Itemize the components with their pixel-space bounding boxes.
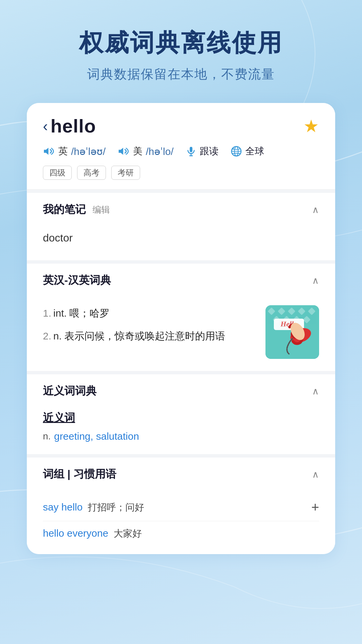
svg-marker-0 [44,148,49,155]
svg-rect-2 [190,147,192,152]
en-zh-chevron-icon: ∧ [312,275,319,286]
def-num-1: 1. [43,308,51,319]
synonyms-section-title: 近义词词典 [43,384,97,398]
hero-subtitle: 词典数据保留在本地，不费流量 [79,66,283,83]
speaker-american-icon [118,145,130,157]
word-title-row: ‹ hello ★ [43,115,319,137]
globe-icon [231,146,242,157]
phrase-left-2: hello everyone 大家好 [43,527,319,540]
definition-item-2: 2.n. 表示问候，惊奇或唤起注意时的用语 [43,328,257,344]
synonym-subtitle: 近义词 [43,411,319,425]
notes-title-group: 我的笔记 编辑 [43,202,110,217]
synonym-pos: n. [43,431,51,442]
synonym-words-row: n. greeting, salutation [43,431,319,442]
en-zh-dictionary-section: 英汉-汉英词典 ∧ 1.int. 喂；哈罗 2.n. 表示问候，惊奇或唤起注意时… [27,260,335,371]
hello-illustration: Hello [265,305,319,359]
dictionary-card: ‹ hello ★ 英 /həˈləʊ/ [27,103,335,554]
notes-edit-button[interactable]: 编辑 [93,204,110,216]
phrases-section: 词组 | 习惯用语 ∧ say hello 打招呼；问好 + hello eve… [27,454,335,554]
global-button[interactable]: 全球 [231,145,264,158]
follow-read-label: 跟读 [200,145,219,158]
phrase-item-2: hello everyone 大家好 [43,521,319,546]
phrase-zh-1: 打招呼；问好 [88,501,144,514]
back-button[interactable]: ‹ [43,119,48,133]
content-wrapper: 权威词典离线使用 词典数据保留在本地，不费流量 ‹ hello ★ [0,0,362,554]
word-title-left: ‹ hello [43,115,96,137]
definition-body: 1.int. 喂；哈罗 2.n. 表示问候，惊奇或唤起注意时的用语 [27,297,335,371]
phrases-header[interactable]: 词组 | 习惯用语 ∧ [27,458,335,491]
pronunciation-row: 英 /həˈləʊ/ 美 /həˈlo/ [43,145,319,158]
word-tags: 四级 高考 考研 [43,166,319,180]
follow-read-button[interactable]: 跟读 [186,145,219,158]
tag-gaokao: 高考 [77,166,106,180]
en-zh-header[interactable]: 英汉-汉英词典 ∧ [27,264,335,297]
svg-marker-1 [119,148,123,155]
synonyms-chevron-icon: ∧ [312,386,319,397]
star-bookmark-icon[interactable]: ★ [303,116,319,136]
word-heading: hello [51,115,96,137]
phrase-en-2[interactable]: hello everyone [43,528,108,539]
definitions-list: 1.int. 喂；哈罗 2.n. 表示问候，惊奇或唤起注意时的用语 [43,305,257,351]
notes-body: doctor [27,226,335,260]
notes-chevron-icon: ∧ [312,204,319,215]
hero-title: 权威词典离线使用 [79,27,283,59]
hero-section: 权威词典离线使用 词典数据保留在本地，不费流量 [79,27,283,83]
phrases-section-title: 词组 | 习惯用语 [43,467,116,482]
notes-section-title: 我的笔记 [43,202,86,217]
american-ipa: /həˈlo/ [146,146,174,157]
tag-cet4: 四级 [43,166,72,180]
en-zh-section-title: 英汉-汉英词典 [43,273,111,288]
american-label: 美 [133,145,142,158]
british-ipa: /həˈləʊ/ [71,146,106,157]
synonym-words: greeting, salutation [54,431,139,442]
def-num-2: 2. [43,330,51,341]
phrases-body: say hello 打招呼；问好 + hello everyone 大家好 [27,491,335,554]
global-label: 全球 [245,145,264,158]
synonyms-header[interactable]: 近义词词典 ∧ [27,374,335,408]
phrase-add-button-1[interactable]: + [311,500,319,515]
phrase-zh-2: 大家好 [114,527,142,540]
phrase-left-1: say hello 打招呼；问好 [43,501,311,514]
word-header: ‹ hello ★ 英 /həˈləʊ/ [27,103,335,190]
american-pronunciation[interactable]: 美 /həˈlo/ [118,145,174,158]
synonym-body: 近义词 n. greeting, salutation [27,408,335,454]
speaker-british-icon [43,145,55,157]
phrase-en-1[interactable]: say hello [43,501,82,513]
british-pronunciation[interactable]: 英 /həˈləʊ/ [43,145,106,158]
phrase-item-1: say hello 打招呼；问好 + [43,494,319,521]
phrases-chevron-icon: ∧ [312,469,319,480]
my-notes-header[interactable]: 我的笔记 编辑 ∧ [27,193,335,226]
tag-postgrad: 考研 [111,166,140,180]
microphone-icon [186,146,196,157]
british-label: 英 [58,145,68,158]
notes-content: doctor [43,226,319,250]
definition-item-1: 1.int. 喂；哈罗 [43,305,257,321]
synonyms-section: 近义词词典 ∧ 近义词 n. greeting, salutation [27,371,335,454]
my-notes-section: 我的笔记 编辑 ∧ doctor [27,190,335,260]
